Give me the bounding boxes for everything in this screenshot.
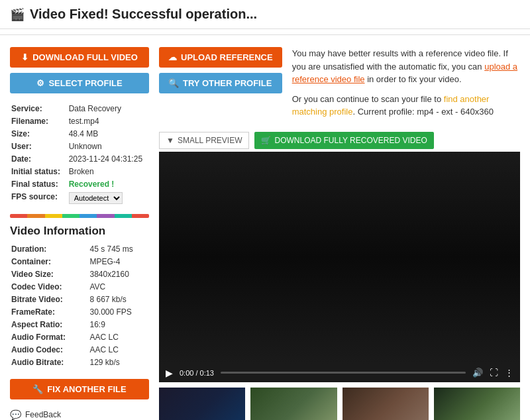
feedback-icon: 💬 (10, 409, 21, 420)
preview-icon: ▼ (166, 136, 174, 145)
select-profile-button[interactable]: ⚙ SELECT PROFILE (10, 73, 149, 93)
fix-another-file-button[interactable]: 🔧 FIX ANOTHER FILE (10, 379, 149, 399)
footer-links: 💬 FeedBack 👤 Contact us about your file … (10, 409, 149, 420)
video-info-title: Video Information (10, 225, 149, 238)
thumbnails: Screenshot N°1Screenshot N°2Screenshot N… (159, 388, 520, 421)
file-info: Service:Data Recovery Filename:test.mp4 … (10, 101, 149, 206)
thumbnail-item[interactable]: Screenshot N°1 (159, 388, 245, 421)
main-content: ⬇ DOWNLOAD FULL VIDEO ⚙ SELECT PROFILE S… (0, 40, 530, 420)
download-full-video-button[interactable]: ⬇ DOWNLOAD FULL VIDEO (10, 47, 149, 68)
play-button[interactable]: ▶ (166, 368, 173, 378)
thumbnail-image (343, 388, 429, 421)
left-panel: ⬇ DOWNLOAD FULL VIDEO ⚙ SELECT PROFILE S… (10, 47, 149, 420)
more-options-icon[interactable]: ⋮ (505, 368, 513, 378)
time-display: 0:00 / 0:13 (180, 369, 214, 377)
upload-reference-button[interactable]: ☁ UPLOAD REFERENCE (159, 47, 282, 68)
fullscreen-icon[interactable]: ⛶ (490, 368, 498, 378)
search-icon: 🔍 (168, 78, 179, 88)
volume-icon[interactable]: 🔊 (472, 368, 483, 378)
info-text-2: Or you can continue to scan your file to… (292, 93, 520, 119)
download-icon: ⬇ (21, 52, 28, 62)
fix-icon: 🔧 (32, 384, 43, 394)
try-other-profile-button[interactable]: 🔍 TRY OTHER PROFILE (159, 73, 282, 93)
feedback-link[interactable]: 💬 FeedBack (10, 409, 149, 420)
thumbnail-item[interactable]: Screenshot N°2 (250, 388, 337, 421)
video-controls: ▶ 0:00 / 0:13 🔊 ⛶ ⋮ (159, 364, 520, 382)
cart-icon: 🛒 (261, 136, 271, 145)
download-recovered-button[interactable]: 🛒 DOWNLOAD FULLY RECOVERED VIDEO (254, 132, 433, 149)
video-info: Duration:45 s 745 ms Container:MPEG-4 Vi… (10, 242, 149, 369)
video-player: ▶ 0:00 / 0:13 🔊 ⛶ ⋮ (159, 152, 520, 382)
thumbnail-image (250, 388, 337, 421)
video-icon: 🎬 (10, 7, 25, 22)
progress-bar[interactable] (221, 372, 466, 374)
thumbnail-image (434, 388, 520, 421)
video-frame (159, 152, 520, 364)
info-text-1: You may have better results with a refer… (292, 47, 520, 86)
fps-source-select[interactable]: Autodetect 23.976 25 29.97 30 (69, 192, 123, 204)
thumbnail-item[interactable]: Screenshot N°3 (343, 388, 429, 421)
color-bar (10, 214, 149, 218)
header: 🎬 Video Fixed! Successful operation... (0, 0, 530, 35)
page-title: Video Fixed! Successful operation... (30, 7, 257, 22)
thumbnail-image (159, 388, 245, 421)
preview-bar: ▼ SMALL PREVIEW 🛒 DOWNLOAD FULLY RECOVER… (159, 132, 520, 149)
upload-icon: ☁ (168, 52, 177, 62)
thumbnail-item[interactable]: Screenshot N°4 (434, 388, 520, 421)
right-panel: ☁ UPLOAD REFERENCE 🔍 TRY OTHER PROFILE Y… (159, 47, 520, 420)
small-preview-button[interactable]: ▼ SMALL PREVIEW (159, 132, 249, 149)
profile-icon: ⚙ (36, 78, 44, 88)
